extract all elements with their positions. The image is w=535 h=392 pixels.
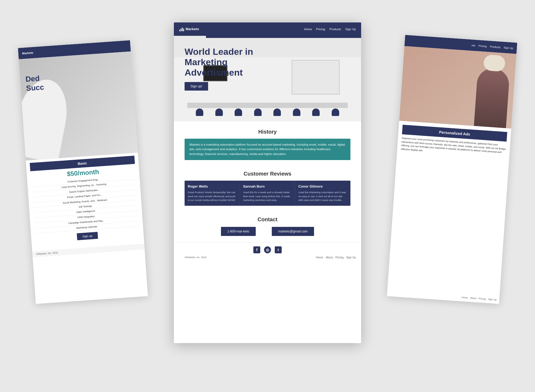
back-left-hero: Ded Succ (19, 51, 138, 160)
nav-link-signup: Sign Up (503, 46, 513, 49)
review-name-1: Sannah Burn (243, 184, 292, 188)
front-nav-links[interactable]: Home Pricing Products Sign Up (304, 28, 356, 31)
review-item-0: Roger Wells Great Product! Works fantasi… (185, 181, 240, 206)
scene: Marketo Ded Succ Basic $50/month Custome… (27, 22, 508, 370)
page-back-left: Marketo Ded Succ Basic $50/month Custome… (18, 40, 148, 304)
footer-nav-links: Home About Pricing Sign Up (316, 256, 356, 259)
chair (235, 108, 242, 116)
footer-link-pricing: Pricing (479, 297, 486, 300)
front-footer: f ◎ t ©Marketo, Inc. 2018 Home About Pri… (174, 242, 361, 261)
page-back-right: me Pricing Products Sign Up Personalized… (387, 35, 517, 304)
feature-list: Customer Engagement Engi... Lead Scoring… (31, 174, 139, 234)
contact-buttons: 1-800-mar-keto marketo@gmail.com (185, 227, 350, 236)
review-name-2: Conor Gilmore (298, 184, 347, 188)
conference-table (187, 103, 348, 108)
history-box: Marketo is a marketing automation platfo… (185, 139, 350, 160)
chairs-row (190, 108, 345, 116)
chair (312, 108, 320, 116)
hero-signup-button[interactable]: Sign up! (185, 82, 208, 91)
logo-label: Marketo (186, 27, 199, 31)
review-item-2: Conor Gilmore Used the Marketing Automat… (295, 181, 350, 206)
history-heading: History (185, 129, 350, 135)
twitter-icon[interactable]: t (275, 246, 282, 253)
footer-link-home: Home (461, 296, 468, 299)
chair (215, 108, 223, 116)
facebook-icon[interactable]: f (253, 246, 260, 253)
page-front: Marketo Home Pricing Products Sign Up (174, 22, 361, 343)
bear-decoration (483, 54, 506, 72)
history-section: History Marketo is a marketing automatio… (174, 121, 361, 166)
nav-signup[interactable]: Sign Up (345, 28, 356, 31)
back-right-hero-image (399, 46, 517, 129)
chair (273, 108, 281, 116)
back-right-footer: Home About Pricing Sign Up (461, 296, 496, 301)
nav-pricing[interactable]: Pricing (316, 28, 325, 31)
instagram-icon[interactable]: ◎ (264, 246, 271, 253)
chair (332, 108, 339, 116)
back-left-signup-button[interactable]: Sign up (77, 232, 98, 240)
reviews-grid: Roger Wells Great Product! Works fantasi… (185, 181, 350, 206)
social-icons: f ◎ t (174, 246, 361, 253)
reviews-heading: Customer Reviews (185, 171, 350, 177)
contact-section: Contact 1-800-mar-keto marketo@gmail.com (174, 211, 361, 242)
reviews-section: Customer Reviews Roger Wells Great Produ… (174, 165, 361, 211)
email-button[interactable]: marketo@gmail.com (272, 227, 314, 236)
footer-pricing[interactable]: Pricing (335, 256, 344, 259)
front-navbar: Marketo Home Pricing Products Sign Up (174, 22, 361, 36)
review-name-0: Roger Wells (188, 184, 236, 188)
nav-link-products: Products (490, 45, 500, 49)
review-text-2: Used the Marketing Automation and it was… (298, 191, 347, 202)
nav-link-pricing: Pricing (479, 44, 487, 48)
review-text-1: Used this for a week and is already bett… (243, 191, 292, 202)
footer-about[interactable]: About (326, 256, 333, 259)
chair (254, 108, 262, 116)
hero-title: World Leader in Marketing Advertisment (185, 46, 259, 78)
front-logo: Marketo (179, 27, 199, 31)
footer-home[interactable]: Home (316, 256, 323, 259)
hero-text-overlay: World Leader in Marketing Advertisment S… (185, 46, 259, 91)
chair (293, 108, 300, 116)
footer-copyright: ©Marketo, Inc. 2018 (179, 256, 206, 259)
footer-link-signup: Sign Up (488, 298, 497, 301)
review-item-1: Sannah Burn Used this for a week and is … (240, 181, 295, 206)
nav-link-me: me (472, 44, 476, 47)
contact-heading: Contact (185, 216, 350, 223)
back-left-logo: Marketo (22, 51, 33, 55)
front-hero: World Leader in Marketing Advertisment S… (174, 36, 361, 121)
phone-button[interactable]: 1-800-mar-keto (221, 227, 256, 236)
person-decoration (474, 67, 510, 128)
footer-link-about: About (470, 296, 476, 300)
chair (196, 108, 203, 116)
footer-links: ©Marketo, Inc. 2018 Home About Pricing S… (174, 256, 361, 259)
nav-home[interactable]: Home (304, 28, 312, 31)
back-left-hero-text: Ded Succ (25, 73, 44, 93)
logo-bars-icon (179, 27, 184, 31)
footer-signup[interactable]: Sign Up (346, 256, 356, 259)
ceiling-bar (206, 36, 361, 38)
nav-products[interactable]: Products (329, 28, 341, 31)
back-left-pricing: Basic $50/month Customer Engagement Engi… (26, 153, 144, 249)
review-text-0: Great Product! Works fantasically! We ca… (188, 191, 236, 202)
history-text: Marketo is a marketing automation platfo… (189, 142, 346, 157)
whiteboard (292, 60, 340, 95)
